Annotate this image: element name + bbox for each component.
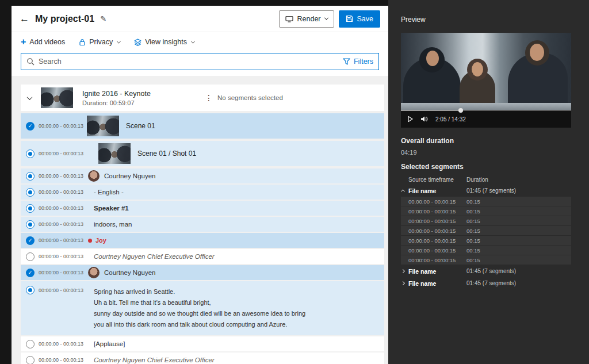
save-button[interactable]: Save xyxy=(339,10,381,28)
segments-list-area: Ignite 2016 - Keynote Duration: 00:59:07… xyxy=(12,76,388,364)
list-item[interactable]: 00:00:00 - 00:00:13Courtney Nguyen Chief… xyxy=(21,249,384,264)
privacy-dropdown[interactable]: Privacy xyxy=(79,38,120,46)
no-segments-label: No segments selected xyxy=(217,94,283,101)
row-timecode: 00:00:00 - 00:00:13 xyxy=(39,254,87,259)
segment-duration: 00:15 xyxy=(466,198,571,205)
list-item[interactable]: 00:00:00 - 00:00:13indoors, man xyxy=(21,217,384,232)
play-button[interactable] xyxy=(407,116,414,122)
preview-panel: Preview 2:05 / 14:32 Overall duration 04… xyxy=(388,0,589,364)
segment-row[interactable]: 00:00:00 - 00:00:1500:15 xyxy=(401,246,571,255)
overall-duration-value: 04:19 xyxy=(401,149,417,156)
segment-group-header[interactable]: File name01:45 (7 segments) xyxy=(401,185,571,197)
row-label: Scene 01 / Shot 01 xyxy=(137,150,196,158)
row-checkbox[interactable] xyxy=(26,340,35,348)
segment-row[interactable]: 00:00:00 - 00:00:1500:15 xyxy=(401,226,571,235)
row-label: Courtney Nguyen Chief Executive Officer xyxy=(94,253,215,260)
add-videos-button[interactable]: + Add videos xyxy=(21,37,65,47)
list-item[interactable]: 00:00:00 - 00:00:13Courtney Nguyen xyxy=(21,168,384,183)
list-item[interactable]: ✓00:00:00 - 00:00:13Scene 01 xyxy=(21,113,384,139)
plus-icon: + xyxy=(21,37,26,47)
segment-duration: 00:15 xyxy=(466,228,571,234)
group-summary: 01:45 (7 segments) xyxy=(466,280,571,286)
row-checkbox[interactable] xyxy=(26,172,35,181)
segment-timeframe: 00:00:00 - 00:00:15 xyxy=(408,257,466,263)
group-file-name: File name xyxy=(408,280,466,287)
row-checkbox[interactable] xyxy=(26,204,35,213)
preview-title: Preview xyxy=(401,16,426,24)
player-timeline[interactable] xyxy=(401,110,571,111)
video-duration: Duration: 00:59:07 xyxy=(82,99,151,106)
segment-row[interactable]: 00:00:00 - 00:00:1500:15 xyxy=(401,216,571,225)
more-options-icon[interactable]: ⋮ xyxy=(205,93,213,102)
list-item[interactable]: 00:00:00 - 00:00:13Speaker #1 xyxy=(21,201,384,216)
group-summary: 01:45 (7 segments) xyxy=(466,187,571,194)
chevron-right-icon xyxy=(401,269,405,273)
back-button[interactable]: ← xyxy=(20,13,29,25)
save-label: Save xyxy=(357,15,374,23)
row-timecode: 00:00:00 - 00:00:13 xyxy=(39,288,87,293)
list-item[interactable]: ✓00:00:00 - 00:00:13Courtney Nguyen xyxy=(21,265,384,280)
video-thumbnail xyxy=(87,116,119,136)
overall-duration-label: Overall duration xyxy=(401,137,454,145)
segment-timeframe: 00:00:00 - 00:00:15 xyxy=(408,208,466,214)
video-player: 2:05 / 14:32 xyxy=(401,33,571,128)
segment-group-header[interactable]: File name01:45 (7 segments) xyxy=(401,265,571,277)
segment-timeframe: 00:00:00 - 00:00:15 xyxy=(408,218,466,224)
segments-table-header: Source timeframe Duration xyxy=(401,174,571,185)
segment-row[interactable]: 00:00:00 - 00:00:1500:15 xyxy=(401,206,571,216)
search-input[interactable] xyxy=(39,58,339,66)
row-timecode: 00:00:00 - 00:00:13 xyxy=(39,189,87,195)
filter-icon xyxy=(343,58,350,65)
list-item[interactable]: 00:00:00 - 00:00:13[Applause] xyxy=(21,336,384,351)
render-icon xyxy=(285,16,293,22)
player-controls: 2:05 / 14:32 xyxy=(401,110,571,128)
emotion-dot xyxy=(88,239,92,243)
collapse-chevron-icon[interactable] xyxy=(27,94,33,100)
render-button[interactable]: Render xyxy=(279,10,334,28)
chevron-right-icon xyxy=(401,281,405,285)
segment-row[interactable]: 00:00:00 - 00:00:1500:15 xyxy=(401,197,571,206)
list-item[interactable]: 00:00:00 - 00:00:13Courtney Nguyen Chief… xyxy=(21,352,384,364)
selected-segments-label: Selected segments xyxy=(401,163,464,171)
lock-icon xyxy=(79,39,86,46)
filters-button[interactable]: Filters xyxy=(343,58,373,66)
chevron-down-icon xyxy=(191,39,195,43)
row-checkbox[interactable] xyxy=(26,286,35,294)
row-checkbox[interactable] xyxy=(26,356,35,364)
list-item[interactable]: 00:00:00 - 00:00:13- English - xyxy=(21,185,384,200)
row-label: Spring has arrived in Seattle. Uh a bit.… xyxy=(94,281,313,335)
segment-timeframe: 00:00:00 - 00:00:15 xyxy=(408,228,466,234)
volume-icon[interactable] xyxy=(420,116,429,122)
row-label: Courtney Nguyen Chief Executive Officer xyxy=(94,357,215,363)
row-checkbox[interactable]: ✓ xyxy=(26,236,35,245)
segments-table-body: File name01:45 (7 segments)00:00:00 - 00… xyxy=(401,185,571,289)
player-progress-handle[interactable] xyxy=(458,108,463,113)
edit-title-icon[interactable]: ✎ xyxy=(100,14,106,23)
row-label: - English - xyxy=(94,189,124,196)
render-label: Render xyxy=(297,15,321,23)
list-item[interactable]: 00:00:00 - 00:00:13Scene 01 / Shot 01 xyxy=(21,141,384,166)
segment-timeframe: 00:00:00 - 00:00:15 xyxy=(408,247,466,254)
row-timecode: 00:00:00 - 00:00:13 xyxy=(39,151,87,156)
header-actions: Render Save xyxy=(279,10,381,28)
row-checkbox[interactable] xyxy=(26,150,35,158)
list-item[interactable]: 00:00:00 - 00:00:13Spring has arrived in… xyxy=(21,281,384,335)
segment-row[interactable]: 00:00:00 - 00:00:1500:15 xyxy=(401,236,571,245)
segment-group-header[interactable]: File name01:45 (7 segments) xyxy=(401,277,571,289)
chevron-down-icon xyxy=(117,39,121,43)
row-checkbox[interactable] xyxy=(26,252,35,261)
page-title: My project-01 xyxy=(35,14,94,24)
row-checkbox[interactable]: ✓ xyxy=(26,269,35,277)
view-insights-dropdown[interactable]: View insights xyxy=(134,38,194,46)
segment-duration: 00:15 xyxy=(466,257,571,263)
group-file-name: File name xyxy=(408,187,466,194)
row-checkbox[interactable] xyxy=(26,188,35,197)
row-checkbox[interactable] xyxy=(26,220,35,229)
layers-icon xyxy=(134,39,141,46)
list-item[interactable]: ✓00:00:00 - 00:00:13Joy xyxy=(21,233,384,248)
segment-row[interactable]: 00:00:00 - 00:00:1500:15 xyxy=(401,255,571,265)
segment-duration: 00:15 xyxy=(466,247,571,254)
group-file-name: File name xyxy=(408,268,466,275)
row-checkbox[interactable]: ✓ xyxy=(26,122,35,131)
video-header-row[interactable]: Ignite 2016 - Keynote Duration: 00:59:07… xyxy=(21,85,384,111)
